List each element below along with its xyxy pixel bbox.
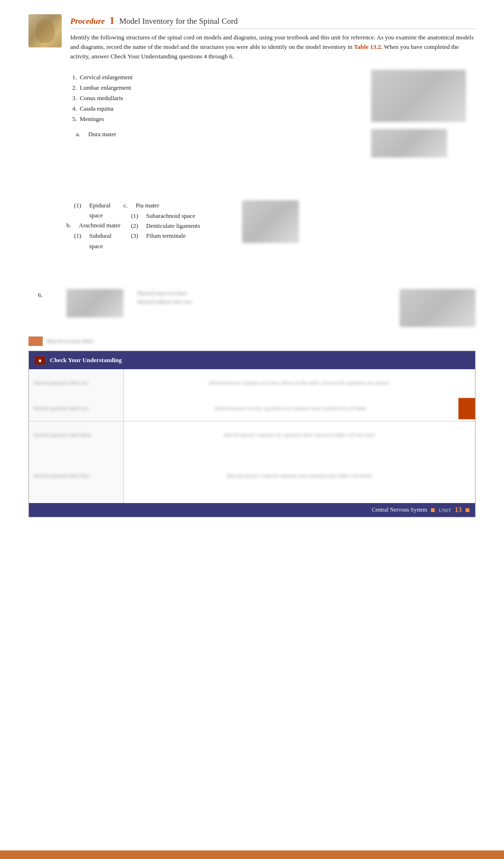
table-cell-right-2: blurred answer text for question two res… bbox=[124, 395, 475, 421]
sub-item-b: b. Arachnoid mater bbox=[66, 220, 123, 231]
spacer-1 bbox=[28, 162, 476, 200]
spacer-2 bbox=[28, 261, 476, 289]
procedure-header: Procedure 1 Model Inventory for the Spin… bbox=[28, 14, 476, 62]
center-col: c. Pia mater (1) Subarachnoid space (2) … bbox=[123, 200, 242, 252]
footer-unit-label: UNIT 13 bbox=[439, 506, 462, 514]
list-col: 1. Cervical enlargement 2. Lumbar enlarg… bbox=[28, 67, 371, 140]
procedure-subtitle: Model Inventory for the Spinal Cord bbox=[119, 17, 238, 26]
sub-list-c: c. Pia mater bbox=[123, 200, 242, 211]
table-row-6 bbox=[29, 488, 475, 503]
footer-bar: Central Nervous System UNIT 13 bbox=[29, 503, 475, 517]
list-item-4: 4. Cauda equina bbox=[66, 103, 371, 114]
section-icon bbox=[28, 336, 43, 346]
subsub-list-a1: (1) Epidural space bbox=[74, 200, 123, 221]
subsub-item-a1: (1) Epidural space bbox=[74, 200, 123, 221]
item6-image1 bbox=[66, 289, 123, 317]
subsub-list-c: (1) Subarachnoid space (2) Denticulate l… bbox=[131, 211, 242, 241]
list-item-1: 1. Cervical enlargement bbox=[66, 72, 371, 83]
table-body: blurred question label one blurred answe… bbox=[29, 369, 475, 503]
table-cell-left-5: blurred question label four bbox=[29, 462, 124, 488]
item6-blurred-text1: blurred item text hereblurred subtext li… bbox=[138, 289, 192, 306]
procedure-title-block: Procedure 1 Model Inventory for the Spin… bbox=[70, 14, 476, 62]
left-indented-col: (1) Epidural space b. Arachnoid mater (1… bbox=[28, 200, 123, 252]
procedure-word: Procedure bbox=[70, 17, 105, 26]
footer-square-2 bbox=[466, 508, 469, 512]
table-cell-right-1: blurred answer response text here shown … bbox=[124, 369, 475, 395]
table-reference: Table 13.2. bbox=[354, 43, 383, 50]
table-cell-right-3: blurred answer response for question thr… bbox=[124, 421, 475, 448]
subsub-item-c3: (3) Filum terminale bbox=[131, 231, 242, 241]
table-wrapper: ■ Check Your Understanding blurred quest… bbox=[28, 351, 476, 517]
orange-tab bbox=[458, 398, 475, 419]
table-row-wrapper-2: blurred question label two blurred answe… bbox=[29, 395, 475, 421]
list-item-2: 2. Lumbar enlargement bbox=[66, 83, 371, 93]
table-header-title: Check Your Understanding bbox=[50, 356, 122, 364]
table-header-bar: ■ Check Your Understanding bbox=[29, 351, 475, 369]
table-cell-left-3: blurred question label three bbox=[29, 421, 124, 448]
table-row-wrapper-4 bbox=[29, 448, 475, 462]
procedure-thumbnail bbox=[28, 14, 62, 47]
section-label-text: blurred section label bbox=[47, 338, 93, 345]
item6-image2 bbox=[400, 289, 476, 327]
table-section-label: ■ bbox=[35, 356, 45, 364]
main-list: 1. Cervical enlargement 2. Lumbar enlarg… bbox=[66, 72, 371, 124]
table-cell-left-2: blurred question label two bbox=[29, 395, 124, 421]
table-row-wrapper-5: blurred question label four blurred answ… bbox=[29, 462, 475, 488]
table-row-5: blurred question label four blurred answ… bbox=[29, 462, 475, 488]
table-row-3: blurred question label three blurred ans… bbox=[29, 421, 475, 448]
sub-list-b: b. Arachnoid mater bbox=[66, 220, 123, 231]
table-cell-right-6 bbox=[124, 488, 475, 503]
subsub-list-b1: (1) Subdural space bbox=[74, 231, 123, 251]
footer-text: Central Nervous System bbox=[372, 506, 427, 514]
table-cell-left-4 bbox=[29, 448, 124, 462]
table-row-2: blurred question label two blurred answe… bbox=[29, 395, 475, 421]
footer-square-1 bbox=[431, 508, 435, 512]
right-image-col bbox=[242, 200, 476, 252]
item6-section: 6. blurred item text hereblurred subtext… bbox=[28, 289, 476, 327]
list-item-5: 5. Meninges bbox=[66, 114, 371, 124]
list-image-row: 1. Cervical enlargement 2. Lumbar enlarg… bbox=[28, 67, 476, 158]
image-col-top bbox=[371, 67, 476, 158]
table-row-4 bbox=[29, 448, 475, 462]
indented-section: (1) Epidural space b. Arachnoid mater (1… bbox=[28, 200, 476, 252]
table-cell-left-6 bbox=[29, 488, 124, 503]
subsub-item-c1: (1) Subarachnoid space bbox=[131, 211, 242, 221]
table-row-wrapper-3: blurred question label three blurred ans… bbox=[29, 421, 475, 448]
page-container: Procedure 1 Model Inventory for the Spin… bbox=[0, 0, 504, 859]
section-label-row: blurred section label bbox=[28, 336, 476, 346]
procedure-body-intro: Identify the following structures of the… bbox=[70, 33, 476, 61]
diagram-image-1 bbox=[371, 70, 466, 122]
sub-item-a: a. Dura mater bbox=[76, 129, 371, 140]
bottom-strip bbox=[0, 850, 504, 859]
list-item-3: 3. Conus medullaris bbox=[66, 93, 371, 103]
item6-content: blurred item text hereblurred subtext li… bbox=[66, 289, 476, 327]
diagram-image-3 bbox=[242, 200, 299, 243]
table-row-wrapper-6 bbox=[29, 488, 475, 503]
table-cell-right-5: blurred answer centered response area qu… bbox=[124, 462, 475, 488]
subsub-item-c2: (2) Denticulate ligaments bbox=[131, 221, 242, 231]
table-cell-right-4 bbox=[124, 448, 475, 462]
subsub-item-b1: (1) Subdural space bbox=[74, 231, 123, 251]
diagram-image-2 bbox=[371, 129, 447, 158]
item6-text-middle: blurred item text hereblurred subtext li… bbox=[138, 289, 385, 327]
sub-item-c: c. Pia mater bbox=[123, 200, 242, 211]
content-area: Procedure 1 Model Inventory for the Spin… bbox=[0, 0, 504, 517]
sub-list-a: a. Dura mater bbox=[76, 129, 371, 140]
procedure-number: 1 bbox=[110, 15, 114, 26]
table-cell-left-1: blurred question label one bbox=[29, 369, 124, 395]
item6-num: 6. bbox=[38, 289, 66, 327]
procedure-title-line: Procedure 1 Model Inventory for the Spin… bbox=[70, 14, 476, 27]
table-row-wrapper-1: blurred question label one blurred answe… bbox=[29, 369, 475, 395]
table-row-1: blurred question label one blurred answe… bbox=[29, 369, 475, 395]
